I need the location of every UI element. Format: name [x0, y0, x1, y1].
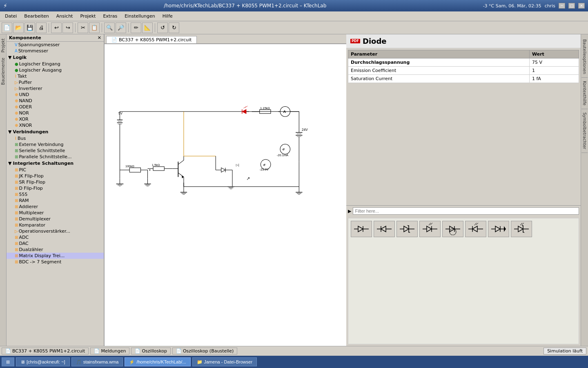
tree-item-xor[interactable]: ⊕ XOR — [7, 116, 104, 122]
undo-button[interactable]: ↩ — [51, 22, 62, 33]
tree-item-addierer[interactable]: ⊞ Addierer — [7, 204, 104, 210]
status-meldungen-icon: 📄 — [94, 348, 100, 354]
zoom-out-button[interactable]: 🔎 — [116, 22, 126, 33]
menu-projekt[interactable]: Projekt — [77, 13, 99, 20]
tree-item-spannungsmesser[interactable]: V Spannungsmesser — [7, 42, 104, 48]
tree-item-serielle[interactable]: ⊞ Serielle Schnittstelle — [7, 148, 104, 154]
panel-close[interactable]: ✕ — [98, 35, 101, 40]
svg-text:▷|: ▷| — [236, 163, 239, 167]
tree-item-sr-flipflop[interactable]: ⊞ SR Flip-Flop — [7, 179, 104, 185]
measure-button[interactable]: 📐 — [142, 22, 153, 33]
tree-item-xnor[interactable]: ⊕ XNOR — [7, 122, 104, 128]
diode-sym-6[interactable] — [465, 221, 486, 237]
circuit-canvas[interactable]: 5V 100kΩ — [105, 44, 346, 346]
menu-ansicht[interactable]: Ansicht — [53, 13, 76, 20]
new-button[interactable]: 📄 — [2, 22, 12, 33]
maximize-button[interactable]: □ — [568, 3, 575, 9]
tree-item-externe-verbindung[interactable]: ⊞ Externe Verbindung — [7, 141, 104, 148]
status-oscb-label: Oszilloskop (Baustelle) — [183, 348, 234, 354]
tree-item-und[interactable]: ⊕ UND — [7, 92, 104, 98]
taskbar-item-ktechlab[interactable]: ⚡ /home/chris/KTechLab/... — [125, 357, 190, 366]
menu-datei[interactable]: Datei — [2, 13, 20, 20]
filter-input[interactable] — [353, 207, 579, 215]
menu-extras[interactable]: Extras — [100, 13, 120, 20]
diode-sym-7[interactable] — [488, 221, 509, 237]
tree-item-nand[interactable]: ⊕ NAND — [7, 98, 104, 104]
tree-item-takt[interactable]: ⌇ Takt — [7, 73, 104, 79]
tree-item-parallele[interactable]: ⊞ Parallele Schnittstelle... — [7, 154, 104, 160]
tree-item-adc[interactable]: ⊞ ADC — [7, 234, 104, 240]
tree-item-nor[interactable]: ⊕ NOR — [7, 110, 104, 116]
logik-label: Logik — [13, 55, 27, 60]
status-tab-oszilloskop[interactable]: 📄 Oszilloskop — [131, 348, 170, 355]
vtab-kontexthilfe[interactable]: Kontexthilfe — [581, 78, 588, 109]
vtab-projekt[interactable]: Projekt — [0, 36, 6, 55]
diode-sym-8[interactable] — [511, 221, 532, 237]
tree-item-jk-flipflop[interactable]: ⊞ JK Flip-Flop — [7, 173, 104, 179]
paste-button[interactable]: 📋 — [89, 22, 100, 33]
tree-item-logischer-ausgang[interactable]: ● Logischer Ausgang — [7, 67, 104, 73]
status-tab-oszilloskop-baustelle[interactable]: 📄 Oszilloskop (Baustelle) — [172, 348, 238, 355]
print-button[interactable]: 🖨 — [36, 22, 47, 33]
taskbar-item-terminal[interactable]: 🖥 [chris@aokneufi: ~] — [16, 357, 70, 366]
taskbar-start[interactable]: ⊞ — [2, 357, 14, 366]
zoom-in-button[interactable]: 🔍 — [104, 22, 115, 33]
rotate-ccw-button[interactable]: ↺ — [157, 22, 168, 33]
save-button[interactable]: 💾 — [24, 22, 35, 33]
rotate-cw-button[interactable]: ↻ — [169, 22, 179, 33]
tree-item-bdc[interactable]: ⊞ BDC -> 7 Segment — [7, 259, 104, 265]
close-button[interactable]: ✕ — [578, 3, 585, 9]
tree-item-oder[interactable]: ⊕ ODER — [7, 104, 104, 110]
redo-button[interactable]: ↪ — [62, 22, 73, 33]
vtab-bauelemente[interactable]: Bauelemente — [0, 55, 6, 88]
tree-item-strommesser[interactable]: A Strommesser — [7, 48, 104, 54]
status-tab-circuit[interactable]: 📄 BC337 + K8055 PWM1+2.circuit — [2, 348, 89, 355]
tree-group-logik[interactable]: ▼ Logik — [7, 54, 104, 61]
tree-item-demultiplexer[interactable]: ⊞ Demultiplexer — [7, 216, 104, 222]
taskbar-item-filemanager[interactable]: 📁 Jamena - Datei-Browser — [192, 357, 257, 366]
tree-item-ram[interactable]: ⊞ RAM — [7, 197, 104, 204]
tree-item-dac[interactable]: ⊞ DAC — [7, 240, 104, 247]
xnor-label: XNOR — [19, 123, 32, 128]
serielle-label: Serielle Schnittstelle — [19, 148, 65, 153]
taskbar: ⊞ 🖥 [chris@aokneufi: ~] 🎵 stainsfxwma.wm… — [0, 356, 588, 368]
diode-sym-3[interactable] — [396, 221, 418, 237]
vtab-bauteileoptionen[interactable]: Bauteileoptionen — [581, 36, 588, 78]
tree-item-dualzahler[interactable]: ⊞ Dualzähler — [7, 247, 104, 253]
diode-sym-2[interactable] — [374, 221, 395, 237]
open-button[interactable]: 📂 — [13, 22, 24, 33]
taskbar-item-audio[interactable]: 🎵 stainsfxwma.wma — [71, 357, 123, 366]
tree-item-multiplexer[interactable]: ⊞ Multiplexer — [7, 210, 104, 216]
tree-item-logischer-eingang[interactable]: ● Logischer Eingang — [7, 61, 104, 67]
svg-text:↺: ↺ — [263, 163, 265, 167]
menu-bearbeiten[interactable]: Bearbeiten — [21, 13, 52, 20]
tree-item-555[interactable]: ⊞ 555 — [7, 191, 104, 197]
diode-sym-1[interactable] — [351, 221, 372, 237]
menu-hilfe[interactable]: Hilfe — [159, 13, 176, 20]
minimize-button[interactable]: ─ — [559, 3, 565, 9]
xor-label: XOR — [19, 117, 28, 122]
tree-item-opamp[interactable]: ▷ Operationsverstärker... — [7, 228, 104, 234]
user-label: chris — [545, 3, 555, 9]
cut-button[interactable]: ✂ — [78, 22, 88, 33]
status-tab-circuit-icon: 📄 — [5, 348, 11, 354]
draw-button[interactable]: ✏ — [131, 22, 141, 33]
tree-item-pic[interactable]: ⊞ PIC — [7, 167, 104, 173]
menu-einstellungen[interactable]: Einstellungen — [121, 13, 158, 20]
vtab-symbolbetrachter[interactable]: Symbolbetrachter — [581, 109, 588, 153]
tree-item-d-flipflop[interactable]: ⊞ D Flip-Flop — [7, 185, 104, 191]
tree-item-bus[interactable]: ⌇ Bus — [7, 135, 104, 141]
diode-sym-4[interactable] — [419, 221, 441, 237]
tree-item-matrix-display[interactable]: ⊞ Matrix Display Trei... — [7, 253, 104, 259]
tree-group-integrierte[interactable]: ▼ Integrierte Schaltungen — [7, 160, 104, 167]
diode-sym-5[interactable] — [442, 221, 463, 237]
pdf-icon[interactable]: PDF — [350, 39, 360, 43]
status-tab-meldungen[interactable]: 📄 Meldungen — [90, 348, 129, 355]
tree-item-komparator[interactable]: ⊞ Komparator — [7, 222, 104, 228]
svg-marker-125 — [518, 226, 523, 232]
tree-group-verbindungen[interactable]: ▼ Verbindungen — [7, 128, 104, 135]
nand-icon: ⊕ — [15, 99, 18, 103]
tree-item-invertierer[interactable]: ▷ Invertierer — [7, 85, 104, 92]
circuit-tab[interactable]: 📄 BC337 + K8055 PWM1+2.circuit — [106, 36, 197, 43]
tree-item-puffer[interactable]: ▷ Puffer — [7, 79, 104, 85]
